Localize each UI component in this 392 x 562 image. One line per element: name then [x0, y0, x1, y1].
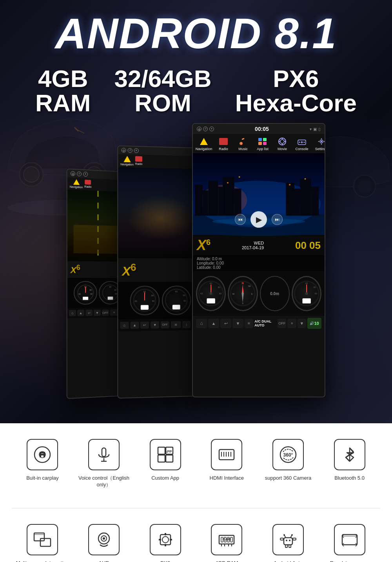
svg-rect-36 — [172, 305, 180, 309]
svg-rect-107 — [166, 455, 173, 462]
svg-rect-143 — [284, 538, 292, 545]
back-btn-sm[interactable]: ↩ — [85, 310, 93, 316]
svg-text:S: S — [242, 302, 244, 305]
wifi-icon: ▾ — [310, 127, 312, 131]
ac-extra[interactable]: ≡ — [287, 319, 296, 328]
svg-point-71 — [239, 176, 240, 178]
gauge-sm-1: 60 90 60 30 60 — [74, 281, 97, 305]
play-btn[interactable]: ▶ — [250, 211, 267, 228]
prev-btn[interactable]: ⏮ — [235, 214, 246, 225]
svg-text:W: W — [232, 293, 235, 295]
spec-ram: 4GB RAM — [35, 67, 91, 115]
nav-applist-lg[interactable]: App list — [255, 136, 270, 151]
px6-icon-box — [150, 524, 181, 555]
spec-rom-label: ROM — [114, 91, 211, 115]
date-full: 2017-04-19 — [242, 245, 264, 250]
spec-ram-label: RAM — [35, 91, 91, 115]
ac-symbol[interactable]: ≋ — [245, 319, 253, 328]
svg-point-70 — [227, 182, 229, 183]
tunnel-glow — [127, 195, 194, 241]
down-btn-lg[interactable]: ▼ — [232, 319, 243, 328]
svg-rect-68 — [311, 187, 319, 216]
nav-settings-lg[interactable]: Settings — [314, 136, 325, 151]
up-btn-md[interactable]: ▲ — [130, 321, 139, 328]
home-btn-lg[interactable]: ⌂ — [196, 319, 207, 328]
row-divider — [12, 508, 380, 508]
specs-row: 4GB RAM 32/64GB ROM PX6 Hexa-Core — [0, 59, 392, 123]
nav-movie-lg[interactable]: Movie — [274, 136, 290, 151]
svg-rect-41 — [263, 142, 267, 145]
svg-text:60: 60 — [78, 293, 81, 296]
altitude: Altitude: 0.0 m — [197, 257, 321, 261]
hdmi-svg — [217, 445, 236, 464]
voice-icon-box — [88, 439, 120, 470]
svg-point-97 — [305, 292, 308, 295]
up-btn-lg[interactable]: ▲ — [208, 319, 219, 328]
screens-container: ⏻ ↺ ✦ Navigation Radio — [0, 131, 392, 397]
back-btn-lg[interactable]: ↩ — [220, 319, 231, 328]
svg-text:90: 90 — [114, 289, 117, 291]
up-btn-sm[interactable]: ▲ — [77, 310, 84, 316]
vol-md[interactable]: ↕ — [182, 321, 191, 328]
distance-gauge: 0.0m — [260, 276, 290, 311]
svg-rect-106 — [158, 455, 165, 462]
down-btn-md[interactable]: ▼ — [151, 321, 159, 328]
spec-cpu-label: Hexa-Core — [235, 91, 357, 115]
svg-point-148 — [283, 534, 285, 536]
feature-resolution: Resolving power: 1920*1080 — [322, 524, 377, 562]
bluetooth-svg — [340, 445, 359, 464]
bluetooth-icon-box — [334, 439, 365, 470]
svg-rect-132 — [170, 539, 172, 540]
screen-time: 00:05 — [255, 126, 269, 132]
nav-console-lg[interactable]: Console — [294, 136, 310, 151]
off-btn-md[interactable]: OFF — [161, 321, 169, 328]
gps-info: Altitude: 0.0 m Longitude: 0.00 Latitude… — [193, 255, 325, 271]
back-icon-md: ↺ — [128, 148, 132, 153]
svg-rect-40 — [258, 142, 262, 145]
home-btn-sm[interactable]: ⌂ — [69, 310, 76, 316]
off-btn-sm[interactable]: OFF — [102, 310, 109, 316]
multiscreen-label: Multi-screen Interaction — [16, 560, 69, 562]
bluetooth-label: Bluetooth 5.0 — [334, 475, 365, 482]
down-btn-sm[interactable]: ▼ — [94, 310, 101, 316]
ac-down[interactable]: ▼ — [298, 319, 306, 328]
android-icon-box — [272, 524, 304, 555]
ac-btn-md[interactable]: ≋ — [171, 321, 181, 328]
svg-text:60: 60 — [152, 300, 155, 302]
nav-navigation-lg[interactable]: Navigation — [196, 136, 212, 151]
nav-music-lg[interactable]: Music — [235, 136, 251, 151]
svg-text:90: 90 — [183, 294, 185, 296]
svg-text:360°: 360° — [283, 452, 293, 458]
nav-navigation-label-md: Navigation — [120, 163, 133, 166]
svg-rect-16 — [83, 297, 88, 300]
svg-rect-137 — [230, 537, 232, 542]
weekday: WED — [242, 241, 264, 245]
customapp-icon-box: APP — [150, 439, 181, 470]
gauge-svg-md-1: 60 90 60 30 60 — [132, 288, 158, 314]
next-btn[interactable]: ⏭ — [272, 214, 283, 225]
svg-point-126 — [103, 537, 105, 540]
speed-gauge-svg: 60 90 60 30 60 — [197, 277, 225, 310]
voice-label: Voice control（English only） — [76, 475, 131, 488]
back-btn-md[interactable]: ↩ — [140, 321, 149, 328]
volume-display[interactable]: 🔊10 — [307, 318, 321, 329]
navigation-icon-sm — [73, 179, 79, 185]
road-scene-md — [118, 167, 202, 258]
nav-navigation-md: Navigation — [120, 156, 133, 166]
svg-rect-98 — [302, 298, 310, 303]
screen-large-icons: ⏻ ↺ ✦ — [197, 127, 214, 131]
svg-point-128 — [162, 537, 169, 543]
feature-ram: RAM 4GB RAM — [199, 524, 254, 562]
ac-off[interactable]: OFF — [278, 319, 286, 328]
cam360-icon-box: 360° — [272, 439, 304, 470]
screen-large-nav: Navigation Radio Music — [193, 134, 325, 153]
svg-rect-131 — [159, 539, 161, 540]
features-section: Buit-in carplay Voice control（English on… — [0, 423, 392, 562]
svg-text:60: 60 — [314, 292, 317, 295]
nav-radio-lg[interactable]: Radio — [216, 136, 231, 151]
feature-px6: PX6 — [138, 524, 193, 562]
svg-text:90: 90 — [218, 286, 220, 288]
nav-radio-md: Radio — [135, 156, 142, 166]
rpm-gauge: 60 90 60 30 — [292, 276, 321, 311]
home-btn-md[interactable]: ⌂ — [120, 322, 129, 329]
